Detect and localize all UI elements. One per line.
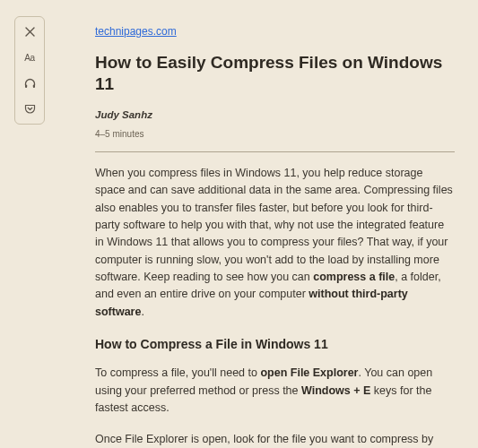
font-settings-button[interactable]: Aa bbox=[21, 49, 39, 65]
divider bbox=[95, 151, 455, 152]
svg-rect-1 bbox=[32, 85, 34, 89]
listen-button[interactable] bbox=[21, 75, 39, 91]
text: When you compress files in Windows 11, y… bbox=[95, 167, 453, 283]
paragraph-step2: Once File Explorer is open, look for the… bbox=[95, 431, 455, 448]
svg-rect-0 bbox=[25, 85, 27, 89]
author: Judy Sanhz bbox=[95, 108, 455, 123]
save-pocket-button[interactable] bbox=[21, 101, 39, 117]
font-settings-label: Aa bbox=[24, 53, 35, 63]
text-bold: compress a file bbox=[313, 271, 395, 283]
article-content: technipages.com How to Easily Compress F… bbox=[95, 20, 455, 448]
paragraph-step1: To compress a file, you'll need to open … bbox=[95, 365, 455, 417]
text: . bbox=[141, 306, 143, 318]
text: To compress a file, you'll need to bbox=[95, 366, 260, 379]
close-button[interactable] bbox=[21, 23, 39, 39]
source-link[interactable]: technipages.com bbox=[95, 23, 177, 39]
text-bold: Windows + E bbox=[301, 384, 370, 397]
reader-toolbar: Aa bbox=[14, 16, 45, 125]
section-heading: How to Compress a File in Windows 11 bbox=[95, 335, 455, 354]
read-time: 4–5 minutes bbox=[95, 127, 455, 141]
page-title: How to Easily Compress Files on Windows … bbox=[95, 52, 455, 95]
text-bold: open File Explorer bbox=[260, 366, 358, 379]
pocket-icon bbox=[24, 104, 36, 115]
paragraph-intro: When you compress files in Windows 11, y… bbox=[95, 165, 455, 321]
headphones-icon bbox=[24, 78, 36, 89]
close-icon bbox=[25, 27, 35, 37]
text: Once File Explorer is open, look for the… bbox=[95, 433, 433, 448]
